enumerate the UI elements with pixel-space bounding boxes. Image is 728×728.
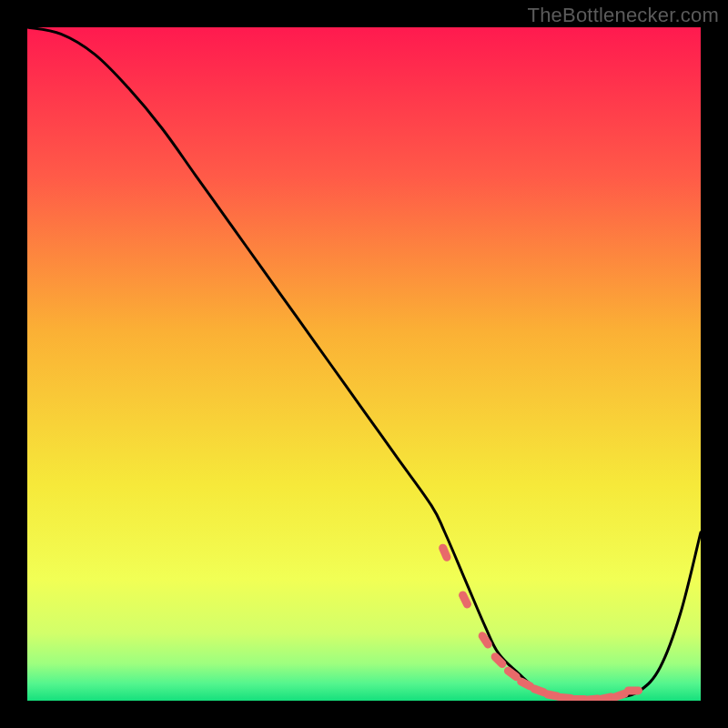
highlight-marker bbox=[624, 686, 642, 694]
bottleneck-chart bbox=[27, 27, 701, 701]
chart-frame: TheBottlenecker.com bbox=[0, 0, 728, 728]
plot-area bbox=[27, 27, 701, 701]
gradient-background bbox=[27, 27, 701, 701]
attribution-label: TheBottlenecker.com bbox=[528, 4, 719, 27]
